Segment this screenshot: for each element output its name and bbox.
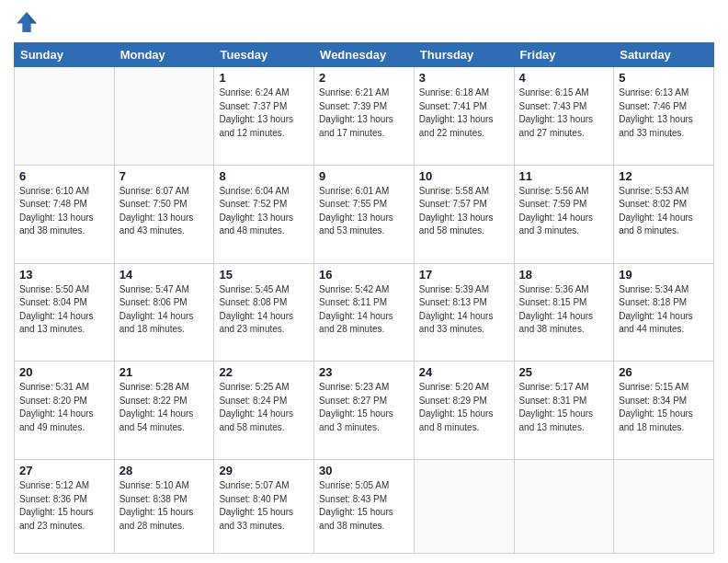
calendar-cell: 10Sunrise: 5:58 AM Sunset: 7:57 PM Dayli… (414, 165, 514, 263)
day-info: Sunrise: 5:28 AM Sunset: 8:22 PM Dayligh… (119, 381, 210, 434)
calendar-week-4: 27Sunrise: 5:12 AM Sunset: 8:36 PM Dayli… (15, 460, 714, 554)
day-number: 25 (519, 365, 609, 379)
day-info: Sunrise: 6:04 AM Sunset: 7:52 PM Dayligh… (219, 185, 309, 238)
day-number: 28 (119, 464, 210, 477)
day-number: 23 (319, 365, 409, 379)
day-info: Sunrise: 5:25 AM Sunset: 8:24 PM Dayligh… (219, 381, 309, 434)
day-number: 24 (419, 365, 509, 379)
calendar-cell: 22Sunrise: 5:25 AM Sunset: 8:24 PM Dayli… (214, 362, 314, 460)
day-info: Sunrise: 6:07 AM Sunset: 7:50 PM Dayligh… (119, 185, 210, 238)
calendar-cell: 28Sunrise: 5:10 AM Sunset: 8:38 PM Dayli… (114, 460, 214, 554)
day-number: 26 (619, 365, 709, 379)
header (14, 9, 714, 35)
day-info: Sunrise: 5:34 AM Sunset: 8:18 PM Dayligh… (619, 283, 709, 337)
day-number: 2 (319, 71, 409, 85)
calendar-cell (514, 460, 614, 554)
weekday-header-thursday: Thursday (414, 43, 514, 67)
calendar-cell: 27Sunrise: 5:12 AM Sunset: 8:36 PM Dayli… (15, 460, 115, 554)
logo (14, 9, 43, 35)
calendar-cell: 9Sunrise: 6:01 AM Sunset: 7:55 PM Daylig… (314, 165, 415, 263)
calendar-cell: 19Sunrise: 5:34 AM Sunset: 8:18 PM Dayli… (614, 263, 714, 362)
day-info: Sunrise: 5:23 AM Sunset: 8:27 PM Dayligh… (319, 381, 409, 434)
calendar-cell (414, 460, 514, 554)
day-number: 3 (419, 71, 509, 85)
calendar-cell: 11Sunrise: 5:56 AM Sunset: 7:59 PM Dayli… (514, 165, 614, 263)
calendar-cell: 5Sunrise: 6:13 AM Sunset: 7:46 PM Daylig… (614, 67, 714, 166)
calendar-week-3: 20Sunrise: 5:31 AM Sunset: 8:20 PM Dayli… (15, 362, 714, 460)
day-number: 17 (419, 268, 509, 282)
calendar-cell: 7Sunrise: 6:07 AM Sunset: 7:50 PM Daylig… (114, 165, 214, 263)
weekday-header-row: SundayMondayTuesdayWednesdayThursdayFrid… (15, 43, 714, 67)
calendar-cell: 21Sunrise: 5:28 AM Sunset: 8:22 PM Dayli… (114, 362, 214, 460)
day-number: 18 (519, 268, 609, 282)
logo-icon (14, 9, 40, 35)
day-info: Sunrise: 5:15 AM Sunset: 8:34 PM Dayligh… (619, 381, 709, 434)
day-info: Sunrise: 6:18 AM Sunset: 7:41 PM Dayligh… (419, 86, 509, 140)
weekday-header-saturday: Saturday (614, 43, 714, 67)
calendar-cell: 24Sunrise: 5:20 AM Sunset: 8:29 PM Dayli… (414, 362, 514, 460)
calendar-cell: 23Sunrise: 5:23 AM Sunset: 8:27 PM Dayli… (314, 362, 415, 460)
calendar-table: SundayMondayTuesdayWednesdayThursdayFrid… (14, 42, 714, 554)
calendar-week-1: 6Sunrise: 6:10 AM Sunset: 7:48 PM Daylig… (15, 165, 714, 263)
day-number: 21 (119, 365, 210, 379)
day-info: Sunrise: 5:10 AM Sunset: 8:38 PM Dayligh… (119, 479, 210, 533)
day-info: Sunrise: 5:05 AM Sunset: 8:43 PM Dayligh… (319, 479, 409, 533)
calendar-cell: 6Sunrise: 6:10 AM Sunset: 7:48 PM Daylig… (15, 165, 115, 263)
day-info: Sunrise: 6:24 AM Sunset: 7:37 PM Dayligh… (219, 86, 309, 140)
day-number: 19 (619, 268, 709, 282)
calendar-cell: 3Sunrise: 6:18 AM Sunset: 7:41 PM Daylig… (414, 67, 514, 166)
day-info: Sunrise: 6:01 AM Sunset: 7:55 PM Dayligh… (319, 185, 409, 238)
day-number: 14 (119, 268, 210, 282)
day-info: Sunrise: 5:47 AM Sunset: 8:06 PM Dayligh… (119, 283, 210, 337)
weekday-header-tuesday: Tuesday (214, 43, 314, 67)
day-number: 22 (219, 365, 309, 379)
day-info: Sunrise: 5:50 AM Sunset: 8:04 PM Dayligh… (19, 283, 109, 337)
calendar-cell: 13Sunrise: 5:50 AM Sunset: 8:04 PM Dayli… (15, 263, 115, 362)
day-number: 13 (19, 268, 109, 282)
day-info: Sunrise: 5:36 AM Sunset: 8:15 PM Dayligh… (519, 283, 609, 337)
day-info: Sunrise: 5:12 AM Sunset: 8:36 PM Dayligh… (19, 479, 109, 533)
weekday-header-monday: Monday (114, 43, 214, 67)
day-number: 27 (19, 464, 109, 477)
calendar-cell: 25Sunrise: 5:17 AM Sunset: 8:31 PM Dayli… (514, 362, 614, 460)
weekday-header-friday: Friday (514, 43, 614, 67)
day-info: Sunrise: 6:15 AM Sunset: 7:43 PM Dayligh… (519, 86, 609, 140)
day-number: 15 (219, 268, 309, 282)
day-info: Sunrise: 5:20 AM Sunset: 8:29 PM Dayligh… (419, 381, 509, 434)
calendar-cell: 2Sunrise: 6:21 AM Sunset: 7:39 PM Daylig… (314, 67, 415, 166)
day-info: Sunrise: 5:53 AM Sunset: 8:02 PM Dayligh… (619, 185, 709, 238)
day-info: Sunrise: 6:13 AM Sunset: 7:46 PM Dayligh… (619, 86, 709, 140)
day-number: 7 (119, 169, 210, 183)
calendar-cell: 20Sunrise: 5:31 AM Sunset: 8:20 PM Dayli… (15, 362, 115, 460)
day-number: 12 (619, 169, 709, 183)
day-info: Sunrise: 5:07 AM Sunset: 8:40 PM Dayligh… (219, 479, 309, 533)
day-info: Sunrise: 5:45 AM Sunset: 8:08 PM Dayligh… (219, 283, 309, 337)
calendar-cell (15, 67, 115, 166)
calendar-cell: 14Sunrise: 5:47 AM Sunset: 8:06 PM Dayli… (114, 263, 214, 362)
calendar-cell: 30Sunrise: 5:05 AM Sunset: 8:43 PM Dayli… (314, 460, 415, 554)
weekday-header-sunday: Sunday (15, 43, 115, 67)
day-info: Sunrise: 6:21 AM Sunset: 7:39 PM Dayligh… (319, 86, 409, 140)
calendar-cell: 15Sunrise: 5:45 AM Sunset: 8:08 PM Dayli… (214, 263, 314, 362)
calendar-cell: 16Sunrise: 5:42 AM Sunset: 8:11 PM Dayli… (314, 263, 415, 362)
day-info: Sunrise: 5:42 AM Sunset: 8:11 PM Dayligh… (319, 283, 409, 337)
day-number: 6 (19, 169, 109, 183)
calendar-week-2: 13Sunrise: 5:50 AM Sunset: 8:04 PM Dayli… (15, 263, 714, 362)
day-number: 8 (219, 169, 309, 183)
day-info: Sunrise: 5:58 AM Sunset: 7:57 PM Dayligh… (419, 185, 509, 238)
day-number: 1 (219, 71, 309, 85)
calendar-cell: 29Sunrise: 5:07 AM Sunset: 8:40 PM Dayli… (214, 460, 314, 554)
day-info: Sunrise: 5:31 AM Sunset: 8:20 PM Dayligh… (19, 381, 109, 434)
calendar-cell (114, 67, 214, 166)
calendar-cell: 4Sunrise: 6:15 AM Sunset: 7:43 PM Daylig… (514, 67, 614, 166)
day-number: 5 (619, 71, 709, 85)
day-number: 20 (19, 365, 109, 379)
calendar-cell: 8Sunrise: 6:04 AM Sunset: 7:52 PM Daylig… (214, 165, 314, 263)
day-info: Sunrise: 5:56 AM Sunset: 7:59 PM Dayligh… (519, 185, 609, 238)
calendar-cell: 18Sunrise: 5:36 AM Sunset: 8:15 PM Dayli… (514, 263, 614, 362)
day-info: Sunrise: 5:17 AM Sunset: 8:31 PM Dayligh… (519, 381, 609, 434)
day-number: 11 (519, 169, 609, 183)
day-number: 4 (519, 71, 609, 85)
calendar-cell: 17Sunrise: 5:39 AM Sunset: 8:13 PM Dayli… (414, 263, 514, 362)
day-number: 10 (419, 169, 509, 183)
